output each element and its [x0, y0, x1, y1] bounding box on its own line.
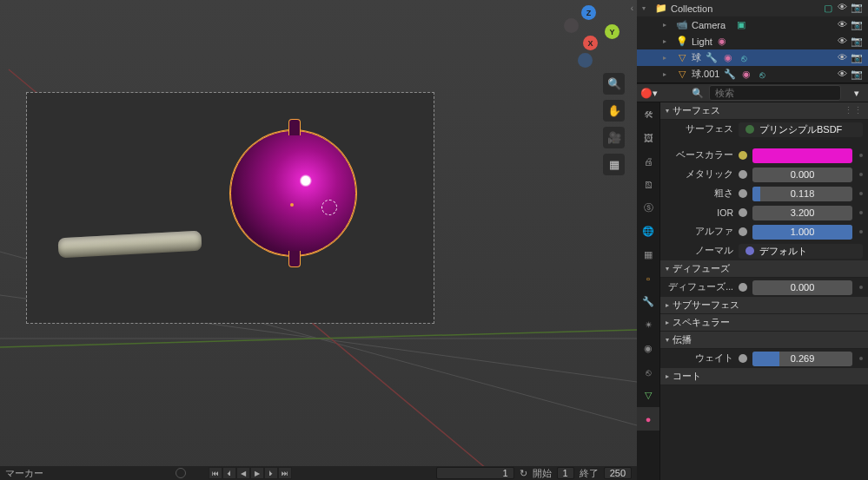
exclude-toggle[interactable]: ▢ — [821, 2, 834, 15]
tab-constraints[interactable]: ⎋ — [637, 360, 659, 384]
tab-render[interactable]: 🖼 — [637, 126, 659, 149]
section-specular[interactable]: ▸スペキュラー — [660, 314, 868, 332]
axis-z[interactable]: Z — [581, 5, 596, 20]
perspective-toggle-icon[interactable]: ▦ — [603, 154, 625, 175]
animate-dot[interactable] — [859, 286, 863, 289]
object-origin — [290, 203, 294, 207]
keyframe-prev-icon[interactable]: ⏴ — [222, 467, 236, 479]
metallic-slider[interactable]: 0.000 — [752, 168, 852, 182]
eye-icon[interactable]: 👁 — [838, 52, 847, 63]
outliner-item-sphere001[interactable]: ▸ ▽ 球.001 🔧 ◉ ⎋ 👁📷 — [637, 66, 868, 82]
keyframe-next-icon[interactable]: ⏵ — [264, 467, 278, 479]
axis-neg2[interactable] — [578, 53, 593, 68]
sync-icon[interactable]: ↻ — [520, 468, 527, 479]
expand-icon[interactable]: ▸ — [663, 54, 672, 62]
disable-render-icon[interactable]: 📷 — [851, 36, 863, 47]
input-socket-icon[interactable] — [739, 151, 747, 160]
roughness-slider[interactable]: 0.118 — [752, 187, 852, 201]
input-socket-icon[interactable] — [739, 208, 747, 217]
play-reverse-icon[interactable]: ◀ — [236, 467, 250, 479]
disable-render-icon[interactable]: 📷 — [851, 2, 863, 15]
tab-object[interactable]: ▫ — [637, 266, 659, 290]
camera-view-icon[interactable]: 🎥 — [603, 127, 625, 148]
animate-dot[interactable] — [859, 154, 863, 157]
section-transmission[interactable]: ▾伝播 — [660, 332, 868, 349]
collection-row[interactable]: ▾ 📁 Collection ▢👁📷 — [637, 0, 868, 16]
zoom-icon[interactable]: 🔍 — [603, 73, 625, 95]
eye-icon[interactable]: 👁 — [838, 36, 847, 47]
eye-icon[interactable]: 👁 — [838, 19, 847, 30]
animate-dot[interactable] — [859, 230, 863, 233]
search-input[interactable] — [709, 85, 841, 101]
input-socket-icon[interactable] — [739, 227, 747, 236]
axis-x[interactable]: X — [583, 36, 598, 50]
weight-slider[interactable]: 0.269 — [752, 352, 852, 366]
section-subsurface[interactable]: ▸サブサーフェス — [660, 297, 868, 314]
item-name: Camera — [692, 20, 726, 30]
base-color-swatch[interactable] — [752, 148, 852, 163]
tab-scene[interactable]: ⓢ — [637, 196, 659, 220]
options-icon[interactable]: ▾ — [850, 87, 863, 100]
tab-tool[interactable]: 🛠 — [637, 102, 659, 126]
animate-dot[interactable] — [859, 192, 863, 195]
material-selector-icon[interactable]: 🔴▾ — [642, 87, 655, 100]
start-frame-field[interactable]: 1 — [557, 467, 574, 479]
tab-collection[interactable]: ▦ — [637, 243, 659, 266]
sphere-mesh-selected[interactable] — [230, 130, 356, 256]
tab-world[interactable]: 🌐 — [637, 220, 659, 243]
outliner-item-sphere[interactable]: ▸ ▽ 球 🔧 ◉ ⎋ 👁📷 — [637, 49, 868, 66]
play-icon[interactable]: ▶ — [250, 467, 264, 479]
outliner-item-camera[interactable]: ▸ 📹 Camera ▣ 👁📷 — [637, 16, 868, 33]
expand-icon[interactable]: ▸ — [663, 21, 672, 29]
expand-icon[interactable]: ▸ — [663, 70, 672, 78]
autokey-toggle[interactable] — [176, 468, 186, 478]
diffuse-rough-label: ディフューズ... — [666, 281, 733, 293]
diffuse-rough-slider[interactable]: 0.000 — [752, 280, 852, 295]
expand-icon[interactable]: ▾ — [642, 4, 651, 12]
tab-output[interactable]: 🖨 — [637, 149, 659, 173]
header-collapse-icon[interactable]: ‹ — [631, 3, 633, 13]
tab-modifiers[interactable]: 🔧 — [637, 290, 659, 313]
light-icon: 💡 — [675, 35, 688, 48]
disable-render-icon[interactable]: 📷 — [851, 52, 863, 63]
axis-y[interactable]: Y — [605, 24, 620, 39]
tab-data[interactable]: ▽ — [637, 384, 659, 407]
normal-dropdown[interactable]: デフォルト — [739, 244, 863, 259]
alpha-slider[interactable]: 1.000 — [752, 225, 852, 240]
jump-end-icon[interactable]: ⏭ — [278, 467, 292, 479]
current-frame-field[interactable]: 1 — [436, 467, 514, 479]
input-socket-icon[interactable] — [739, 170, 747, 179]
input-socket-icon[interactable] — [739, 283, 747, 292]
mesh-icon: ▽ — [675, 68, 688, 81]
section-coat[interactable]: ▸コート — [660, 368, 868, 385]
input-socket-icon[interactable] — [739, 189, 747, 198]
expand-icon[interactable]: ▸ — [663, 37, 672, 45]
navigation-gizmo[interactable]: Z Y X — [557, 5, 620, 68]
weight-label: ウェイト — [666, 352, 733, 365]
modifier-icon: 🔧 — [723, 68, 736, 81]
eye-icon[interactable]: 👁 — [838, 2, 847, 15]
tab-material[interactable]: ● — [637, 407, 659, 431]
input-socket-icon[interactable] — [739, 354, 747, 363]
pan-icon[interactable]: ✋ — [603, 100, 625, 122]
normal-label: ノーマル — [666, 245, 733, 257]
section-diffuse[interactable]: ▾ディフューズ — [660, 260, 868, 278]
ior-field[interactable]: 3.200 — [752, 206, 852, 220]
outliner-item-light[interactable]: ▸ 💡 Light ◉ 👁📷 — [637, 33, 868, 49]
tab-physics[interactable]: ◉ — [637, 337, 659, 360]
axis-neg1[interactable] — [564, 18, 579, 33]
marker-label: マーカー — [5, 467, 43, 480]
shader-dropdown[interactable]: プリンシプルBSDF — [739, 122, 863, 137]
disable-render-icon[interactable]: 📷 — [851, 19, 863, 30]
jump-start-icon[interactable]: ⏮ — [209, 467, 222, 479]
section-surface[interactable]: ▾サーフェス⋮⋮ — [660, 102, 868, 120]
animate-dot[interactable] — [859, 357, 863, 360]
tab-particles[interactable]: ✴ — [637, 313, 659, 337]
eye-icon[interactable]: 👁 — [838, 69, 847, 80]
animate-dot[interactable] — [859, 211, 863, 214]
animate-dot[interactable] — [859, 173, 863, 176]
viewport-3d[interactable]: ‹ Z Y X 🔍 ✋ 🎥 ▦ マーカー ⏮ ⏴ ◀ ▶ ⏵ ⏭ 1 ↻ 開始 … — [0, 0, 637, 480]
disable-render-icon[interactable]: 📷 — [851, 69, 863, 80]
tab-viewlayer[interactable]: 🖻 — [637, 173, 659, 196]
end-frame-field[interactable]: 250 — [604, 467, 632, 479]
